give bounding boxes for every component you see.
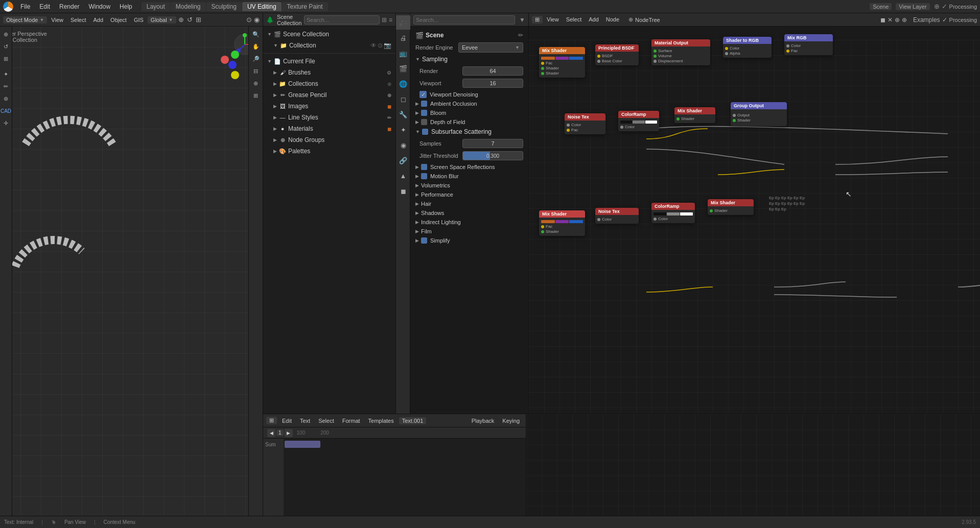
node-card-9[interactable]: Group Output Output Shader	[731, 102, 787, 126]
tab-sculpting[interactable]: Sculpting	[206, 2, 242, 11]
menu-render[interactable]: Render	[55, 2, 83, 11]
viewport-object-btn[interactable]: Object	[107, 16, 130, 23]
ssr-check[interactable]	[421, 164, 427, 170]
node-card-10[interactable]: Mix Shader Fac	[539, 210, 585, 236]
render-value[interactable]: 64	[462, 66, 523, 76]
node-card-13[interactable]: Mix Shader Shader	[708, 199, 754, 215]
sampling-section[interactable]: ▼ Sampling	[413, 54, 525, 64]
outliner-materials[interactable]: ▶ ● Materials ◼	[263, 123, 395, 134]
tab-modeling[interactable]: Modeling	[171, 2, 206, 11]
outliner-images[interactable]: ▶ 🖼 Images ◼	[263, 101, 395, 112]
shadows-section[interactable]: ▶ Shadows	[413, 208, 525, 218]
prop-icon-render[interactable]: 🎥	[396, 15, 410, 30]
topbar-icon-2[interactable]: ✓	[942, 3, 947, 10]
tool-grid[interactable]: ⊞	[250, 90, 262, 101]
tool-scale[interactable]: ⊞	[1, 53, 12, 64]
viewport-samples-value[interactable]: 16	[462, 79, 523, 88]
transform-icon-1[interactable]: ⊕	[177, 16, 185, 23]
scene-selector[interactable]: Scene	[870, 3, 892, 10]
menu-window[interactable]: Window	[84, 2, 114, 11]
node-add-btn[interactable]: Add	[586, 16, 602, 23]
render-engine-dropdown[interactable]: Eevee ▼	[458, 42, 523, 53]
tool-cad[interactable]: CAD	[1, 105, 12, 116]
prop-icon-view-layer[interactable]: 📺	[396, 46, 410, 60]
node-editor-canvas[interactable]: Mix Shader Fac	[529, 27, 980, 414]
sss-check[interactable]	[422, 129, 428, 135]
ambient-occlusion-section[interactable]: ▶ Ambient Occlusion	[413, 99, 525, 108]
outliner-grease-pencil[interactable]: ▶ ✏ Grease Pencil ⊕	[263, 89, 395, 101]
node-card-4[interactable]: Shader to RGB Color Alpha	[723, 37, 772, 58]
prop-icon-physics[interactable]: ◉	[396, 138, 410, 152]
outliner-palettes[interactable]: ▶ 🎨 Palettes	[263, 146, 395, 157]
node-card-12[interactable]: ColorRamp Color	[651, 203, 695, 223]
timeline-templates-btn[interactable]: Templates	[365, 417, 397, 424]
node-card-6[interactable]: Noise Tex Color Fac	[565, 113, 605, 134]
node-select-btn[interactable]: Select	[563, 16, 585, 23]
outliner-node-groups[interactable]: ▶ ⊕ Node Groups	[263, 134, 395, 146]
ssr-section[interactable]: ▶ Screen Space Reflections	[413, 162, 525, 172]
outliner-line-styles[interactable]: ▶ — Line Styles ✏	[263, 112, 395, 123]
samples-value[interactable]: 7	[462, 139, 523, 148]
outliner-collection[interactable]: ▼ 📁 Collection 👁 ⊙ 📷	[263, 40, 395, 51]
jitter-bar[interactable]: 0.300	[462, 151, 523, 160]
timeline-view-btn[interactable]: Edit	[279, 417, 295, 424]
menu-edit[interactable]: Edit	[35, 2, 54, 11]
performance-section[interactable]: ▶ Performance	[413, 190, 525, 199]
node-editor-mode-btn[interactable]: ⊞	[532, 16, 543, 23]
tab-uv-editing[interactable]: UV Editing	[242, 2, 282, 11]
frame-input[interactable]: 1	[276, 429, 284, 436]
node-icon-3[interactable]: ⊕	[895, 16, 900, 23]
node-check-icon[interactable]: ✓	[942, 16, 947, 23]
menu-file[interactable]: File	[16, 2, 34, 11]
hide-icon[interactable]: ⊙	[378, 42, 383, 49]
tab-layout[interactable]: Layout	[142, 2, 170, 11]
simplify-section[interactable]: ▶ Simplify	[413, 236, 525, 245]
timeline-format-btn[interactable]: Format	[339, 417, 363, 424]
object-name-field[interactable]: Text.001	[399, 417, 427, 424]
outliner-search[interactable]	[304, 15, 380, 25]
timeline-tracks-area[interactable]	[284, 439, 526, 516]
scene-edit-icon[interactable]: ✏	[518, 32, 523, 39]
properties-filter-icon[interactable]: ▼	[519, 16, 525, 23]
node-card-11[interactable]: Noise Tex Color	[595, 208, 639, 224]
film-section[interactable]: ▶ Film	[413, 227, 525, 236]
timeline-keying-btn[interactable]: Keying	[499, 417, 523, 424]
properties-search[interactable]	[413, 15, 515, 25]
indirect-lighting-section[interactable]: ▶ Indirect Lighting	[413, 218, 525, 227]
tool-layers[interactable]: ⊟	[250, 65, 262, 77]
simplify-check[interactable]	[421, 237, 427, 244]
sss-section[interactable]: ▼ Subsurface Scattering	[413, 127, 525, 137]
viewport-add-btn[interactable]: Add	[90, 16, 107, 23]
timeline-content[interactable]: Sum	[263, 439, 526, 516]
timeline-text-btn[interactable]: Text	[297, 417, 313, 424]
viewport-gis-btn[interactable]: GIS	[131, 16, 147, 23]
tool-rotate[interactable]: ↺	[1, 41, 12, 52]
menu-help[interactable]: Help	[115, 2, 136, 11]
outliner-collections[interactable]: ▶ 📁 Collections ⊕	[263, 78, 395, 89]
outliner-current-file[interactable]: ▼ 📄 Current File	[263, 56, 395, 67]
bloom-check[interactable]	[421, 110, 427, 116]
node-card-3[interactable]: Material Output Surface Volume	[651, 39, 710, 65]
tool-annotate[interactable]: ✏	[1, 81, 12, 92]
prop-icon-modifier[interactable]: 🔧	[396, 107, 410, 122]
mb-check[interactable]	[421, 173, 427, 179]
lock-icon[interactable]: 📷	[384, 42, 391, 49]
prop-icon-world[interactable]: 🌐	[396, 77, 410, 91]
tool-cursor[interactable]: ✛	[1, 117, 12, 129]
outliner-scene-collection[interactable]: ▼ 🎬 Scene Collection	[263, 29, 395, 40]
viewport-view-btn[interactable]: View	[48, 16, 66, 23]
viewport-denoising-check[interactable]: ✓	[419, 91, 427, 98]
topbar-icon-1[interactable]: ⊕	[934, 3, 940, 10]
timeline-mode-icon[interactable]: ⊞	[266, 417, 277, 424]
prop-icon-constraints[interactable]: 🔗	[396, 153, 410, 167]
node-icon-4[interactable]: ⊕	[902, 16, 907, 23]
node-node-btn[interactable]: Node	[603, 16, 622, 23]
node-view-btn[interactable]: View	[544, 16, 562, 23]
viewport-canvas[interactable]: User Perspective (1) Collection	[0, 27, 263, 516]
prop-icon-object[interactable]: ◻	[396, 92, 410, 106]
timeline-playback-btn[interactable]: Playback	[469, 417, 498, 424]
dof-check[interactable]	[421, 119, 427, 125]
tool-snap[interactable]: ⊕	[250, 78, 262, 89]
prop-icon-material[interactable]: ◼	[396, 184, 410, 198]
dof-section[interactable]: ▶ Depth of Field	[413, 117, 525, 127]
